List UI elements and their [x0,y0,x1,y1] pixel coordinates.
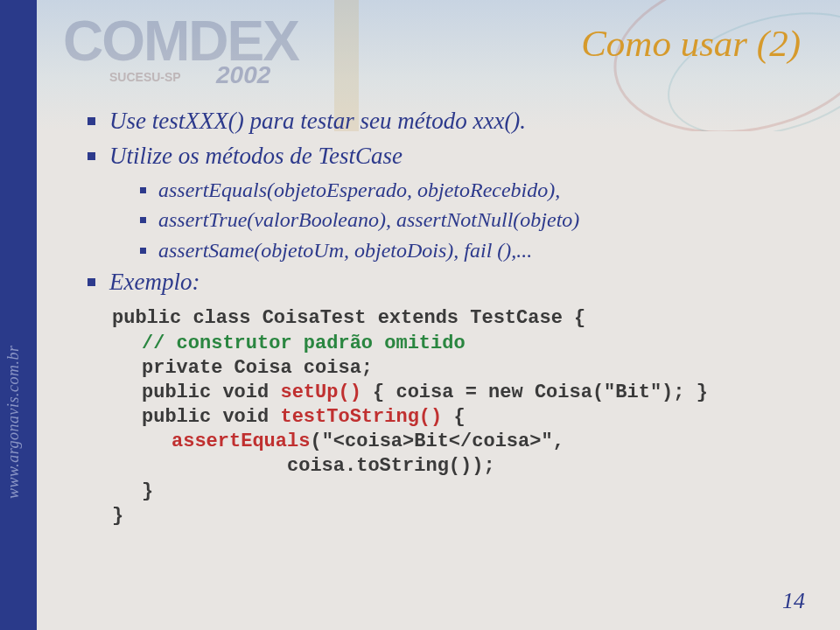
code-text: ("<coisa>Bit</coisa>", [310,430,564,452]
page-number: 14 [782,588,805,614]
watermark-year: 2002 [216,61,270,89]
bullet-text: Utilize os métodos de TestCase [109,140,402,172]
left-strip [0,0,37,630]
sub-bullets: assertEquals(objetoEsperado, objetoReceb… [140,176,788,264]
code-method: testToString() [280,406,442,428]
code-example: public class CoisaTest extends TestCase … [112,306,788,528]
sub-bullet-3: assertSame(objetoUm, objetoDois), fail (… [140,236,788,264]
code-line: public void setUp() { coisa = new Coisa(… [112,381,788,405]
bullet-dot [140,217,146,223]
bullet-dot [140,248,146,254]
bullet-text: assertSame(objetoUm, objetoDois), fail (… [158,236,532,264]
bullet-2: Utilize os métodos de TestCase [88,140,788,172]
code-method: setUp() [280,382,360,403]
code-text: public void [142,406,280,428]
code-text: { [442,406,465,428]
code-text: public void [142,382,280,403]
code-line: coisa.toString()); [112,454,788,479]
watermark-subtitle: SUCESU-SP [109,70,181,84]
code-comment: // construtor padrão omitido [112,332,788,356]
code-text: { coisa = new Coisa("Bit"); } [361,382,708,403]
bullet-dot [140,187,146,193]
bullet-3: Exemplo: [88,266,788,298]
bullet-1: Use testXXX() para testar seu método xxx… [88,105,788,136]
bullet-text: Exemplo: [109,266,200,298]
bullet-dot [88,152,95,160]
slide-title: Como usar (2) [581,22,801,65]
sub-bullet-1: assertEquals(objetoEsperado, objetoReceb… [140,176,788,204]
code-line: public void testToString() { [112,405,788,430]
bullet-text: assertTrue(valorBooleano), assertNotNull… [158,206,579,234]
code-line: public class CoisaTest extends TestCase … [112,306,788,331]
bullet-dot [88,117,95,125]
sub-bullet-2: assertTrue(valorBooleano), assertNotNull… [140,206,788,234]
slide-content: Use testXXX() para testar seu método xxx… [88,105,788,528]
bullet-text: assertEquals(objetoEsperado, objetoReceb… [158,176,560,204]
bullet-text: Use testXXX() para testar seu método xxx… [109,105,526,136]
code-line: assertEquals("<coisa>Bit</coisa>", [112,430,788,454]
code-line: } [112,480,788,504]
code-line: } [112,504,788,528]
code-method: assertEquals [172,430,310,452]
side-url: www.argonavis.com.br [4,345,23,499]
code-line: private Coisa coisa; [112,356,788,381]
bullet-dot [88,278,95,286]
